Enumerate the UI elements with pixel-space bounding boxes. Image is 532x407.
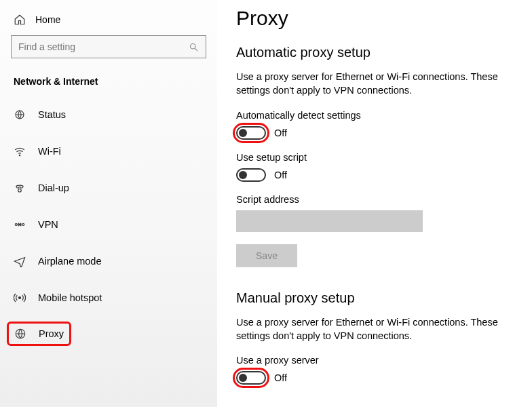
dialup-icon bbox=[14, 182, 26, 194]
save-button[interactable]: Save bbox=[236, 244, 297, 267]
home-icon bbox=[14, 14, 26, 26]
sidebar-item-dialup[interactable]: Dial-up bbox=[11, 175, 206, 201]
airplane-icon bbox=[14, 255, 26, 267]
sidebar-item-proxy[interactable]: Proxy bbox=[7, 322, 71, 346]
sidebar-item-label: Mobile hotspot bbox=[38, 292, 102, 303]
manual-heading: Manual proxy setup bbox=[236, 290, 521, 306]
script-toggle[interactable] bbox=[236, 168, 266, 182]
sidebar-item-label: Wi-Fi bbox=[38, 146, 61, 157]
main-content: Proxy Automatic proxy setup Use a proxy … bbox=[217, 0, 532, 407]
search-box[interactable] bbox=[11, 35, 206, 58]
page-title: Proxy bbox=[236, 7, 521, 30]
use-proxy-state: Off bbox=[274, 372, 287, 383]
hotspot-icon bbox=[14, 292, 26, 304]
home-label: Home bbox=[35, 14, 60, 25]
detect-state: Off bbox=[274, 128, 287, 138]
detect-toggle[interactable] bbox=[236, 126, 266, 140]
sidebar-item-label: Dial-up bbox=[38, 182, 69, 193]
use-proxy-label: Use a proxy server bbox=[236, 355, 521, 366]
auto-desc: Use a proxy server for Ethernet or Wi-Fi… bbox=[236, 70, 514, 98]
vpn-icon bbox=[14, 218, 26, 231]
svg-point-0 bbox=[191, 43, 196, 49]
search-icon bbox=[189, 42, 199, 52]
sidebar-item-label: Proxy bbox=[39, 328, 64, 339]
status-icon bbox=[14, 109, 26, 121]
sidebar: Home Network & Internet Status Wi-Fi Dia… bbox=[0, 0, 217, 407]
sidebar-item-airplane[interactable]: Airplane mode bbox=[11, 248, 206, 274]
auto-heading: Automatic proxy setup bbox=[236, 45, 521, 60]
sidebar-item-label: VPN bbox=[38, 219, 58, 230]
search-input[interactable] bbox=[18, 41, 189, 52]
use-proxy-toggle[interactable] bbox=[236, 371, 266, 385]
detect-label: Automatically detect settings bbox=[236, 110, 521, 121]
svg-line-1 bbox=[195, 48, 197, 51]
sidebar-item-hotspot[interactable]: Mobile hotspot bbox=[11, 285, 206, 311]
addr-label: Script address bbox=[236, 194, 521, 205]
svg-point-7 bbox=[19, 297, 21, 299]
manual-desc: Use a proxy server for Ethernet or Wi-Fi… bbox=[236, 315, 514, 343]
home-link[interactable]: Home bbox=[11, 9, 206, 35]
sidebar-item-vpn[interactable]: VPN bbox=[11, 212, 206, 237]
wifi-icon bbox=[14, 145, 26, 157]
sidebar-item-label: Airplane mode bbox=[38, 256, 102, 267]
script-state: Off bbox=[274, 170, 287, 180]
proxy-icon bbox=[14, 328, 26, 340]
category-heading: Network & Internet bbox=[11, 76, 206, 87]
svg-point-6 bbox=[22, 224, 24, 226]
script-address-input[interactable] bbox=[236, 210, 423, 232]
svg-point-5 bbox=[15, 224, 17, 226]
sidebar-item-label: Status bbox=[38, 109, 66, 120]
sidebar-item-status[interactable]: Status bbox=[11, 102, 206, 128]
sidebar-item-wifi[interactable]: Wi-Fi bbox=[11, 138, 206, 164]
svg-point-4 bbox=[18, 189, 22, 193]
script-label: Use setup script bbox=[236, 152, 521, 163]
svg-point-3 bbox=[19, 155, 20, 156]
